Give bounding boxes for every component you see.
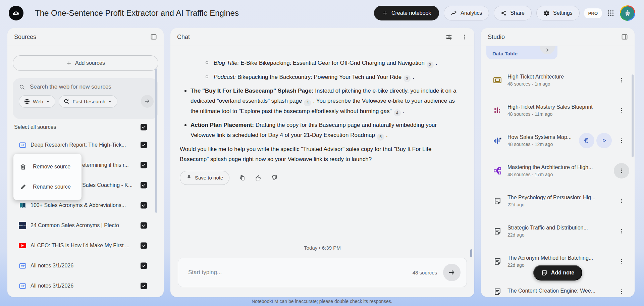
search-icon <box>19 84 25 90</box>
studio-item[interactable]: The Psychology of Persuasion: Hig... 22d… <box>481 186 635 216</box>
play-button[interactable] <box>596 133 612 148</box>
kebab-menu-icon[interactable] <box>614 103 629 118</box>
mind-map-icon <box>493 166 502 175</box>
citation-badge[interactable]: 4 <box>394 109 401 116</box>
chat-message: Blog Title: E-Bike Bikepacking: Essentia… <box>170 46 474 185</box>
kebab-menu-icon[interactable] <box>614 254 629 269</box>
citation-badge[interactable]: 3 <box>427 61 434 68</box>
notebooklm-doc-icon: m <box>18 282 26 290</box>
trash-icon <box>19 163 27 170</box>
source-row[interactable]: PLECTO 24 Common Sales Acronyms | Plecto <box>7 215 164 236</box>
source-checkbox[interactable] <box>141 222 147 229</box>
studio-item[interactable]: Strategic Traffic and Distribution... 22… <box>481 216 635 246</box>
chat-input-bar: 48 sources <box>178 258 467 287</box>
kebab-menu-icon[interactable] <box>461 34 468 40</box>
pencil-icon <box>19 183 27 191</box>
submit-search-button[interactable] <box>141 95 154 108</box>
create-notebook-button[interactable]: Create notebook <box>374 6 439 20</box>
collapse-panel-icon[interactable] <box>150 34 157 40</box>
kebab-menu-icon[interactable] <box>614 193 629 209</box>
kebab-menu-icon[interactable] <box>614 72 629 88</box>
select-all-checkbox[interactable] <box>141 124 147 131</box>
chevron-down-icon <box>46 99 50 104</box>
collapse-panel-icon[interactable] <box>621 34 628 40</box>
source-checkbox[interactable] <box>141 182 147 189</box>
analytics-button[interactable]: Analytics <box>444 6 489 20</box>
citation-badge[interactable]: 4 <box>304 99 311 106</box>
add-note-button[interactable]: Add note <box>533 265 582 280</box>
source-row[interactable]: m Deep Research Report: The High-Tick... <box>7 135 164 155</box>
chat-input[interactable] <box>188 269 413 276</box>
sparkle-search-icon <box>64 98 70 105</box>
notebook-title[interactable]: The One-Sentence Profit Extractor and AI… <box>35 8 239 18</box>
studio-item[interactable]: How Sales Systems Map... 48 sources · 12… <box>481 125 635 156</box>
avatar[interactable] <box>620 5 635 21</box>
pro-badge: PRO <box>584 8 602 18</box>
tune-settings-icon[interactable] <box>445 34 452 41</box>
svg-text:m: m <box>20 143 23 147</box>
svg-text:m: m <box>20 264 23 267</box>
remove-source-menu-item[interactable]: Remove source <box>13 157 82 177</box>
studio-item[interactable]: High-Ticket Mastery Sales Blueprint 48 s… <box>481 95 635 125</box>
chat-panel: Chat Blog Title: E-Bike Bikepacking: Ess… <box>170 28 474 297</box>
note-icon <box>493 257 502 266</box>
web-filter-chip[interactable]: Web <box>19 95 55 108</box>
sources-scrollbar[interactable] <box>155 68 157 213</box>
studio-list: High Ticket Architecture 48 sources · 1m… <box>481 65 635 297</box>
source-checkbox[interactable] <box>141 202 147 209</box>
plus-icon <box>382 10 388 16</box>
audio-overview-icon <box>493 136 502 145</box>
note-icon <box>493 197 502 205</box>
rename-source-menu-item[interactable]: Rename source <box>13 177 82 197</box>
add-sources-button[interactable]: Add sources <box>13 55 158 71</box>
chat-bullet: The "Buy It For Life Basecamp" Splash Pa… <box>184 86 460 116</box>
citation-badge[interactable]: 3 <box>404 75 411 82</box>
send-button[interactable] <box>443 264 461 281</box>
source-checkbox[interactable] <box>141 243 147 249</box>
globe-icon <box>24 98 30 105</box>
studio-scrollbar[interactable] <box>632 74 634 157</box>
citation-badge[interactable]: 5 <box>377 134 384 141</box>
share-button[interactable]: Share <box>494 6 532 20</box>
source-checkbox[interactable] <box>141 283 147 289</box>
sources-count-label: 48 sources <box>413 270 437 275</box>
source-row[interactable]: AI CEO: THIS is How I'd Make My First ..… <box>7 236 164 256</box>
pin-icon <box>186 175 192 181</box>
search-input[interactable] <box>30 84 154 90</box>
kebab-menu-icon[interactable] <box>614 133 629 148</box>
note-icon <box>493 287 502 296</box>
studio-item[interactable]: Mastering the Architecture of High... 48… <box>481 156 635 186</box>
top-bar: The One-Sentence Profit Extractor and AI… <box>0 0 644 26</box>
thumbs-up-icon[interactable] <box>255 174 262 181</box>
apps-grid-icon[interactable] <box>606 9 615 17</box>
chat-panel-title: Chat <box>177 34 190 41</box>
studio-panel: Studio Data Table High Ticket Architectu… <box>481 28 635 297</box>
source-row[interactable]: m All notes 3/1/2026 <box>7 276 164 296</box>
source-checkbox[interactable] <box>141 263 147 269</box>
source-row[interactable]: m All notes 3/1/2026 <box>7 256 164 276</box>
source-checkbox[interactable] <box>141 162 147 168</box>
note-icon <box>493 227 502 236</box>
research-mode-chip[interactable]: Fast Research <box>59 95 118 108</box>
chat-scrollbar[interactable] <box>470 249 472 257</box>
plus-icon <box>66 60 72 66</box>
note-icon <box>541 270 548 276</box>
book-favicon <box>18 201 26 209</box>
settings-button[interactable]: Settings <box>536 6 580 20</box>
notebooklm-doc-icon: m <box>18 262 26 270</box>
source-checkbox[interactable] <box>141 142 147 148</box>
save-to-note-button[interactable]: Save to note <box>180 171 229 185</box>
share-icon <box>501 10 507 16</box>
kebab-menu-icon[interactable] <box>614 163 629 178</box>
notebooklm-logo-icon[interactable] <box>9 6 23 20</box>
chat-sub-bullet: Blog Title: E-Bike Bikepacking: Essentia… <box>206 58 460 68</box>
copy-icon[interactable] <box>239 174 246 181</box>
interactive-mode-button[interactable] <box>579 133 594 148</box>
studio-chip-strip: Data Table <box>481 46 635 60</box>
studio-item[interactable]: High Ticket Architecture 48 sources · 1m… <box>481 65 635 95</box>
notebooklm-doc-icon: m <box>18 141 26 149</box>
trending-up-icon <box>451 10 457 16</box>
kebab-menu-icon[interactable] <box>614 284 629 297</box>
kebab-menu-icon[interactable] <box>614 223 629 239</box>
thumbs-down-icon[interactable] <box>271 174 278 181</box>
